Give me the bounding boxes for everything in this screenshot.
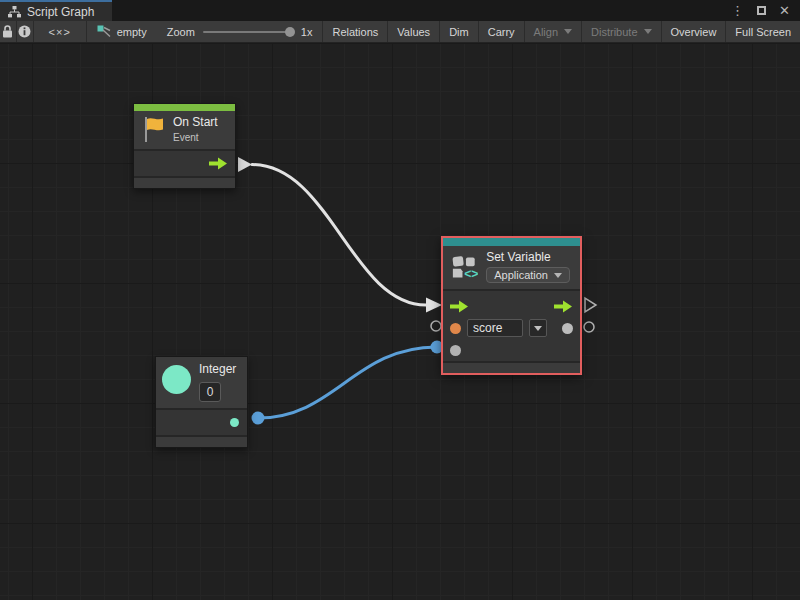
- toolbar-right-group: Relations Values Dim Carry Align Distrib…: [322, 21, 800, 42]
- zoom-slider-handle[interactable]: [285, 27, 295, 37]
- graph-breadcrumb[interactable]: empty: [87, 21, 157, 42]
- scope-value: Application: [494, 269, 548, 281]
- more-icon[interactable]: ⋮: [731, 4, 744, 17]
- node-title: Integer: [199, 363, 236, 376]
- tab-script-graph[interactable]: Script Graph: [0, 0, 112, 21]
- flow-input-port[interactable]: [450, 300, 469, 313]
- script-graph-window: Script Graph ⋮ ✕ <×>: [0, 0, 800, 600]
- node-set-variable[interactable]: <> Set Variable Application: [441, 236, 582, 375]
- info-icon: [18, 25, 31, 38]
- control-flow-wire[interactable]: [252, 165, 426, 306]
- node-title: Set Variable: [486, 251, 570, 264]
- node-footer: [134, 176, 235, 188]
- window-controls: ⋮ ✕: [731, 0, 800, 21]
- integer-type-icon: [162, 365, 191, 394]
- align-button[interactable]: Align: [525, 21, 582, 42]
- flow-wire-end-arrow-icon: [426, 298, 442, 313]
- lock-icon: [2, 25, 13, 38]
- distribute-label: Distribute: [591, 26, 637, 38]
- integer-value-field[interactable]: 0: [199, 382, 221, 402]
- variable-stripe: [443, 238, 580, 246]
- chevron-down-icon: [644, 29, 652, 34]
- value-input-port[interactable]: [450, 345, 461, 356]
- node-integer[interactable]: Integer 0: [155, 356, 248, 448]
- chevron-down-icon: [534, 326, 542, 331]
- name-input-outer-port[interactable]: [431, 321, 441, 331]
- breadcrumb-label: empty: [117, 26, 147, 38]
- graph-hierarchy-icon: [8, 6, 21, 18]
- flow-output-outer-port[interactable]: [585, 298, 596, 312]
- relations-button[interactable]: Relations: [323, 21, 388, 42]
- overview-button[interactable]: Overview: [662, 21, 727, 42]
- flow-output-port[interactable]: [209, 157, 228, 170]
- variable-scope-dropdown[interactable]: Application: [486, 267, 570, 283]
- value-wire[interactable]: [258, 347, 437, 418]
- graph-canvas[interactable]: On Start Event <>: [0, 43, 800, 600]
- svg-text:<>: <>: [464, 267, 478, 281]
- flow-output-port[interactable]: [554, 300, 573, 313]
- node-on-start[interactable]: On Start Event: [133, 103, 236, 189]
- graph-pointer-icon: [97, 25, 111, 38]
- code-preview-button[interactable]: <×>: [34, 21, 87, 42]
- carry-button[interactable]: Carry: [479, 21, 525, 42]
- variable-name-port[interactable]: [450, 323, 461, 334]
- value-output-outer-port[interactable]: [584, 322, 594, 332]
- dim-button[interactable]: Dim: [440, 21, 479, 42]
- lock-button[interactable]: [0, 21, 17, 42]
- value-output-port[interactable]: [562, 323, 573, 334]
- graph-toolbar: <×> empty Zoom 1x Relations Values Dim C…: [0, 21, 800, 43]
- value-wire-start-dot: [252, 412, 265, 425]
- set-variable-icon: <>: [452, 253, 478, 281]
- info-button[interactable]: [17, 21, 34, 42]
- variable-name-field[interactable]: score: [467, 319, 523, 337]
- distribute-button[interactable]: Distribute: [582, 21, 661, 42]
- integer-output-port[interactable]: [230, 418, 239, 427]
- maximize-icon[interactable]: [757, 6, 766, 15]
- node-subtitle: Event: [173, 132, 218, 143]
- variable-name-dropdown-button[interactable]: [529, 319, 547, 337]
- zoom-slider[interactable]: [203, 31, 293, 33]
- zoom-value: 1x: [301, 26, 313, 38]
- tab-bar: Script Graph ⋮ ✕: [0, 0, 800, 21]
- tab-label: Script Graph: [27, 5, 94, 19]
- node-title: On Start: [173, 116, 218, 129]
- wire-layer: [0, 43, 800, 600]
- chevron-down-icon: [554, 273, 562, 278]
- active-tab-accent: [0, 0, 112, 2]
- close-icon[interactable]: ✕: [779, 4, 790, 17]
- values-button[interactable]: Values: [388, 21, 440, 42]
- flow-wire-start-arrow-icon: [238, 157, 252, 172]
- align-label: Align: [534, 26, 558, 38]
- chevron-down-icon: [564, 29, 572, 34]
- node-footer: [443, 361, 580, 373]
- flag-icon: [143, 116, 165, 143]
- node-footer: [156, 435, 247, 447]
- event-stripe: [134, 104, 235, 111]
- zoom-label: Zoom: [167, 26, 195, 38]
- zoom-control: Zoom 1x: [157, 21, 323, 42]
- fullscreen-button[interactable]: Full Screen: [726, 21, 800, 42]
